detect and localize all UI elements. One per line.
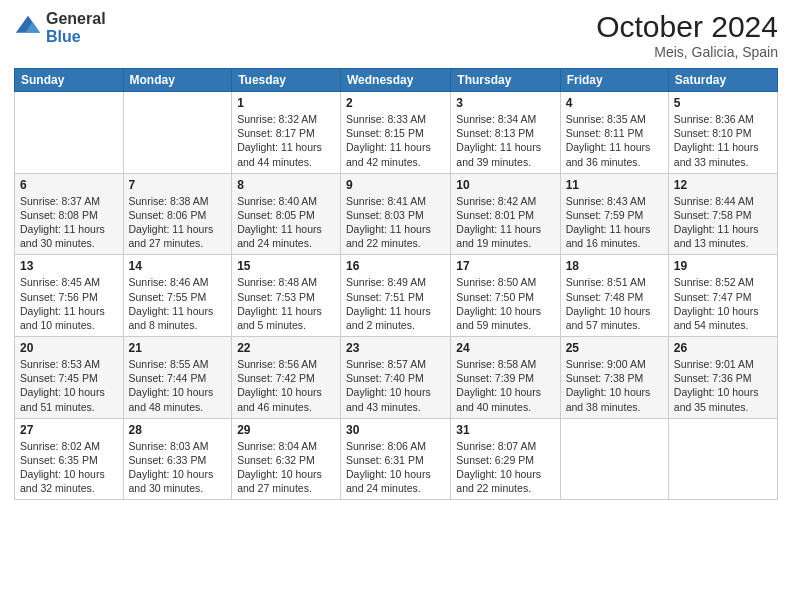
day-info: Sunrise: 8:02 AMSunset: 6:35 PMDaylight:… — [20, 439, 118, 496]
calendar-container: General Blue October 2024 Meis, Galicia,… — [0, 0, 792, 612]
day-number: 5 — [674, 96, 772, 110]
day-info: Sunrise: 8:46 AMSunset: 7:55 PMDaylight:… — [129, 275, 227, 332]
day-number: 13 — [20, 259, 118, 273]
day-number: 8 — [237, 178, 335, 192]
day-info: Sunrise: 8:43 AMSunset: 7:59 PMDaylight:… — [566, 194, 663, 251]
logo-general-text: General — [46, 10, 106, 28]
day-info: Sunrise: 8:45 AMSunset: 7:56 PMDaylight:… — [20, 275, 118, 332]
day-number: 15 — [237, 259, 335, 273]
weekday-header-thursday: Thursday — [451, 69, 560, 92]
day-number: 2 — [346, 96, 445, 110]
calendar-cell: 30Sunrise: 8:06 AMSunset: 6:31 PMDayligh… — [341, 418, 451, 500]
calendar-table: SundayMondayTuesdayWednesdayThursdayFrid… — [14, 68, 778, 500]
logo-text: General Blue — [46, 10, 106, 45]
day-info: Sunrise: 8:33 AMSunset: 8:15 PMDaylight:… — [346, 112, 445, 169]
day-info: Sunrise: 8:06 AMSunset: 6:31 PMDaylight:… — [346, 439, 445, 496]
day-number: 18 — [566, 259, 663, 273]
day-info: Sunrise: 8:41 AMSunset: 8:03 PMDaylight:… — [346, 194, 445, 251]
calendar-week-row: 6Sunrise: 8:37 AMSunset: 8:08 PMDaylight… — [15, 173, 778, 255]
day-number: 1 — [237, 96, 335, 110]
calendar-cell: 12Sunrise: 8:44 AMSunset: 7:58 PMDayligh… — [668, 173, 777, 255]
calendar-body: 1Sunrise: 8:32 AMSunset: 8:17 PMDaylight… — [15, 92, 778, 500]
day-info: Sunrise: 8:50 AMSunset: 7:50 PMDaylight:… — [456, 275, 554, 332]
calendar-cell: 10Sunrise: 8:42 AMSunset: 8:01 PMDayligh… — [451, 173, 560, 255]
day-number: 26 — [674, 341, 772, 355]
calendar-cell: 31Sunrise: 8:07 AMSunset: 6:29 PMDayligh… — [451, 418, 560, 500]
calendar-cell: 3Sunrise: 8:34 AMSunset: 8:13 PMDaylight… — [451, 92, 560, 174]
day-number: 17 — [456, 259, 554, 273]
weekday-header-sunday: Sunday — [15, 69, 124, 92]
day-number: 4 — [566, 96, 663, 110]
day-number: 7 — [129, 178, 227, 192]
day-info: Sunrise: 8:56 AMSunset: 7:42 PMDaylight:… — [237, 357, 335, 414]
day-number: 28 — [129, 423, 227, 437]
weekday-header-wednesday: Wednesday — [341, 69, 451, 92]
day-info: Sunrise: 8:52 AMSunset: 7:47 PMDaylight:… — [674, 275, 772, 332]
day-info: Sunrise: 8:07 AMSunset: 6:29 PMDaylight:… — [456, 439, 554, 496]
day-info: Sunrise: 9:01 AMSunset: 7:36 PMDaylight:… — [674, 357, 772, 414]
calendar-cell: 2Sunrise: 8:33 AMSunset: 8:15 PMDaylight… — [341, 92, 451, 174]
calendar-cell: 18Sunrise: 8:51 AMSunset: 7:48 PMDayligh… — [560, 255, 668, 337]
weekday-header-saturday: Saturday — [668, 69, 777, 92]
calendar-cell: 19Sunrise: 8:52 AMSunset: 7:47 PMDayligh… — [668, 255, 777, 337]
day-info: Sunrise: 8:51 AMSunset: 7:48 PMDaylight:… — [566, 275, 663, 332]
day-info: Sunrise: 8:55 AMSunset: 7:44 PMDaylight:… — [129, 357, 227, 414]
header: General Blue October 2024 Meis, Galicia,… — [14, 10, 778, 60]
day-info: Sunrise: 8:44 AMSunset: 7:58 PMDaylight:… — [674, 194, 772, 251]
calendar-cell: 6Sunrise: 8:37 AMSunset: 8:08 PMDaylight… — [15, 173, 124, 255]
day-info: Sunrise: 8:32 AMSunset: 8:17 PMDaylight:… — [237, 112, 335, 169]
logo: General Blue — [14, 10, 106, 45]
weekday-header-friday: Friday — [560, 69, 668, 92]
weekday-header-monday: Monday — [123, 69, 232, 92]
day-number: 24 — [456, 341, 554, 355]
day-number: 9 — [346, 178, 445, 192]
month-year: October 2024 — [596, 10, 778, 44]
day-info: Sunrise: 8:03 AMSunset: 6:33 PMDaylight:… — [129, 439, 227, 496]
calendar-week-row: 1Sunrise: 8:32 AMSunset: 8:17 PMDaylight… — [15, 92, 778, 174]
day-info: Sunrise: 8:58 AMSunset: 7:39 PMDaylight:… — [456, 357, 554, 414]
calendar-cell: 14Sunrise: 8:46 AMSunset: 7:55 PMDayligh… — [123, 255, 232, 337]
day-info: Sunrise: 8:04 AMSunset: 6:32 PMDaylight:… — [237, 439, 335, 496]
day-info: Sunrise: 8:37 AMSunset: 8:08 PMDaylight:… — [20, 194, 118, 251]
calendar-week-row: 27Sunrise: 8:02 AMSunset: 6:35 PMDayligh… — [15, 418, 778, 500]
calendar-cell: 21Sunrise: 8:55 AMSunset: 7:44 PMDayligh… — [123, 337, 232, 419]
calendar-cell: 28Sunrise: 8:03 AMSunset: 6:33 PMDayligh… — [123, 418, 232, 500]
calendar-cell: 25Sunrise: 9:00 AMSunset: 7:38 PMDayligh… — [560, 337, 668, 419]
day-info: Sunrise: 8:42 AMSunset: 8:01 PMDaylight:… — [456, 194, 554, 251]
calendar-cell: 9Sunrise: 8:41 AMSunset: 8:03 PMDaylight… — [341, 173, 451, 255]
day-number: 14 — [129, 259, 227, 273]
day-number: 29 — [237, 423, 335, 437]
calendar-cell: 16Sunrise: 8:49 AMSunset: 7:51 PMDayligh… — [341, 255, 451, 337]
day-number: 6 — [20, 178, 118, 192]
day-info: Sunrise: 8:48 AMSunset: 7:53 PMDaylight:… — [237, 275, 335, 332]
day-info: Sunrise: 8:57 AMSunset: 7:40 PMDaylight:… — [346, 357, 445, 414]
day-number: 19 — [674, 259, 772, 273]
day-number: 3 — [456, 96, 554, 110]
calendar-cell: 23Sunrise: 8:57 AMSunset: 7:40 PMDayligh… — [341, 337, 451, 419]
calendar-cell: 27Sunrise: 8:02 AMSunset: 6:35 PMDayligh… — [15, 418, 124, 500]
day-info: Sunrise: 8:53 AMSunset: 7:45 PMDaylight:… — [20, 357, 118, 414]
logo-blue-text: Blue — [46, 28, 106, 46]
day-info: Sunrise: 8:49 AMSunset: 7:51 PMDaylight:… — [346, 275, 445, 332]
day-number: 12 — [674, 178, 772, 192]
calendar-cell: 26Sunrise: 9:01 AMSunset: 7:36 PMDayligh… — [668, 337, 777, 419]
calendar-header: SundayMondayTuesdayWednesdayThursdayFrid… — [15, 69, 778, 92]
day-number: 23 — [346, 341, 445, 355]
day-info: Sunrise: 8:38 AMSunset: 8:06 PMDaylight:… — [129, 194, 227, 251]
day-number: 20 — [20, 341, 118, 355]
calendar-cell: 20Sunrise: 8:53 AMSunset: 7:45 PMDayligh… — [15, 337, 124, 419]
calendar-cell: 4Sunrise: 8:35 AMSunset: 8:11 PMDaylight… — [560, 92, 668, 174]
day-number: 21 — [129, 341, 227, 355]
day-number: 10 — [456, 178, 554, 192]
calendar-cell: 5Sunrise: 8:36 AMSunset: 8:10 PMDaylight… — [668, 92, 777, 174]
title-block: October 2024 Meis, Galicia, Spain — [596, 10, 778, 60]
calendar-cell: 13Sunrise: 8:45 AMSunset: 7:56 PMDayligh… — [15, 255, 124, 337]
calendar-cell — [560, 418, 668, 500]
calendar-cell: 15Sunrise: 8:48 AMSunset: 7:53 PMDayligh… — [232, 255, 341, 337]
location: Meis, Galicia, Spain — [596, 44, 778, 60]
day-number: 25 — [566, 341, 663, 355]
calendar-cell: 17Sunrise: 8:50 AMSunset: 7:50 PMDayligh… — [451, 255, 560, 337]
day-number: 16 — [346, 259, 445, 273]
calendar-week-row: 20Sunrise: 8:53 AMSunset: 7:45 PMDayligh… — [15, 337, 778, 419]
weekday-header-row: SundayMondayTuesdayWednesdayThursdayFrid… — [15, 69, 778, 92]
